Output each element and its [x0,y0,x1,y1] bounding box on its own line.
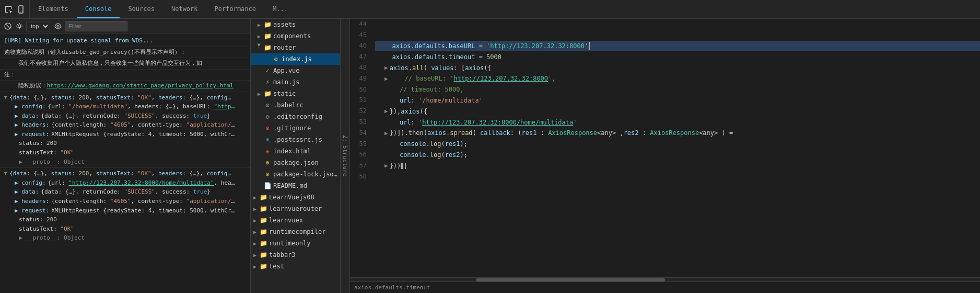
sidebar-item-index-js[interactable]: ▶ ⚙ index.js [251,53,340,65]
console-content[interactable]: [HMR] Waiting for update signal from WDS… [0,33,250,293]
sidebar-item-test[interactable]: ▶ 📁 test [251,261,340,272]
sidebar-item-assets[interactable]: ▶ 📁 assets [251,19,340,30]
inspect-icon[interactable] [3,4,14,15]
list-item: ▶ config: {url: "http://123.207.32.32:80… [15,178,246,188]
folder-arrow-assets: ▶ [255,22,263,28]
sidebar-item-gitignore[interactable]: ▶ ⊛ .gitignore [251,122,340,134]
privacy-link[interactable]: https://www.gwdang.com/static_page/priva… [47,82,234,89]
file-arrow: ▶ [255,68,263,74]
tab-console[interactable]: Console [77,0,120,18]
log-obj-2-header[interactable]: ▶ {data: {…}, status: 200, statusText: "… [4,169,246,178]
log-obj-1-header[interactable]: ▶ {data: {…}, status: 200, statusText: "… [4,93,246,103]
folder-arrow: ▶ [251,264,259,269]
sidebar-item-label: index.html [273,148,311,155]
sidebar-item-babelrc[interactable]: ▶ ⚙ .babelrc [251,99,340,111]
console-panel: top [HMR] Waiting for update signal from… [0,19,251,293]
code-line-55: console.log(res1); [375,139,980,150]
clear-console-icon[interactable] [3,21,13,31]
file-arrow: ▶ [255,160,263,166]
sidebar-item-label: package.json [273,159,319,166]
tab-network[interactable]: Network [163,0,206,18]
code-lines: axios.defaults.baseURL = 'http://123.207… [371,19,980,277]
sidebar-item-package-lock[interactable]: ▶ ⊛ package-lock.jso… [251,168,340,180]
sidebar-item-label: runtimeonly [269,240,310,247]
code-footer: axios.defaults.timeout [350,281,980,293]
sidebar-item-postcssrc[interactable]: ▶ ⊚ .postcssrc.js [251,134,340,145]
sidebar-item-tabbar3[interactable]: ▶ 📁 tabbar3 [251,249,340,261]
sidebar-item-index-html[interactable]: ▶ ◈ index.html [251,145,340,157]
folder-icon: 📁 [259,228,267,236]
expand-arrow-2[interactable]: ▶ [3,172,9,175]
list-item: status: 200 [15,139,246,148]
sidebar-item-readme[interactable]: ▶ 📄 README.md [251,180,340,191]
sidebar-item-learnvuerouter[interactable]: ▶ 📁 learnvuerouter [251,203,340,215]
folder-arrow: ▶ [251,252,259,258]
tab-more[interactable]: M... [264,0,296,18]
sidebar-item-label: runtimecompiler [269,228,325,235]
sidebar-item-static[interactable]: ▶ 📁 static [251,88,340,99]
code-scrollbar-thumb[interactable] [476,278,665,281]
sidebar-item-learnvuejs08[interactable]: ▶ 📁 LearnVuejs08 [251,191,340,203]
sidebar-item-label: package-lock.jso… [273,171,337,178]
folder-arrow: ▶ [251,229,259,235]
file-arrow: ▶ [255,114,263,120]
rc-file-icon: ⚙ [263,101,272,109]
sidebar-item-runtimecompiler[interactable]: ▶ 📁 runtimecompiler [251,226,340,238]
folder-arrow: ▶ [251,241,259,246]
sidebar-item-router[interactable]: ▶ 📁 router [251,42,340,53]
list-item: status: 200 [15,215,246,224]
svg-point-1 [20,12,21,13]
sidebar-item-label: test [269,263,284,270]
code-line-49: ▶ // baseURL: 'http://123.207.32.32:8000… [375,73,980,84]
list-item: ▶ request: XMLHttpRequest {readyState: 4… [15,206,246,216]
sidebar-item-learnvuex[interactable]: ▶ 📁 learnvuex [251,215,340,226]
tab-sources[interactable]: Sources [120,0,163,18]
tab-bar: Elements Console Sources Network Perform… [0,0,980,19]
eye-icon[interactable] [53,21,63,31]
sidebar-item-label: .postcssrc.js [273,136,322,143]
expand-arrow-1[interactable]: ▶ [3,96,9,99]
mobile-icon[interactable] [16,4,26,15]
list-item: ▶ headers: {content-length: "4605", cont… [15,120,246,130]
tab-bar-tabs: Elements Console Sources Network Perform… [30,0,296,18]
svg-point-4 [18,25,21,27]
tab-bar-icons [0,0,30,18]
sidebar-item-main-js[interactable]: ▶ ⚡ main.js [251,76,340,88]
folder-arrow-router: ▶ [256,43,262,52]
structure-tab[interactable]: Z: Structure [340,19,349,293]
folder-arrow: ▶ [251,195,259,200]
obj-summary-2: {data: {…}, status: 200, statusText: "OK… [9,169,231,178]
folder-arrow-components: ▶ [255,33,263,39]
sidebar-item-editorconfig[interactable]: ▶ ⚙ .editorconfig [251,111,340,122]
log-obj-1: ▶ {data: {…}, status: 200, statusText: "… [0,92,250,168]
sidebar-item-components[interactable]: ▶ 📁 components [251,30,340,42]
sidebar-item-app-vue[interactable]: ▶ ✓ App.vue [251,65,340,76]
sidebar-item-label: index.js [282,55,312,63]
list-item: ▶ data: {data: {…}, returnCode: "SUCCESS… [15,111,246,121]
file-arrow: ▶ [255,172,263,177]
code-scrollbar[interactable] [350,277,980,281]
log-obj-2: ▶ {data: {…}, status: 200, statusText: "… [0,168,250,244]
file-arrow: ▶ [255,149,263,154]
console-toolbar: top [0,19,250,33]
settings-icon[interactable] [15,21,24,31]
file-arrow: ▶ [255,137,263,143]
log-obj-2-children: ▶ config: {url: "http://123.207.32.32:80… [4,178,246,243]
sidebar-item-package-json[interactable]: ▶ ⊛ package.json [251,157,340,168]
folder-icon: 📁 [263,43,272,52]
sidebar-item-label: learnvuerouter [269,205,322,212]
filter-input[interactable] [65,21,127,31]
folder-icon: 📁 [259,193,267,201]
sidebar-item-runtimeonly[interactable]: ▶ 📁 runtimeonly [251,238,340,249]
log-line: 隐私协议：https://www.gwdang.com/static_page/… [0,81,250,92]
tab-performance[interactable]: Performance [206,0,264,18]
code-line-44 [375,19,980,30]
level-select[interactable]: top [26,21,50,31]
sidebar-item-label: README.md [273,182,307,189]
file-arrow: ▶ [255,80,263,85]
line-numbers: 44 45 46 47 48 49 50 51 52 53 54 55 56 5… [350,19,371,277]
file-arrow: ▶ [255,103,263,108]
sidebar-item-label: assets [273,21,296,28]
tab-elements[interactable]: Elements [30,0,77,18]
code-editor[interactable]: 44 45 46 47 48 49 50 51 52 53 54 55 56 5… [350,19,980,277]
